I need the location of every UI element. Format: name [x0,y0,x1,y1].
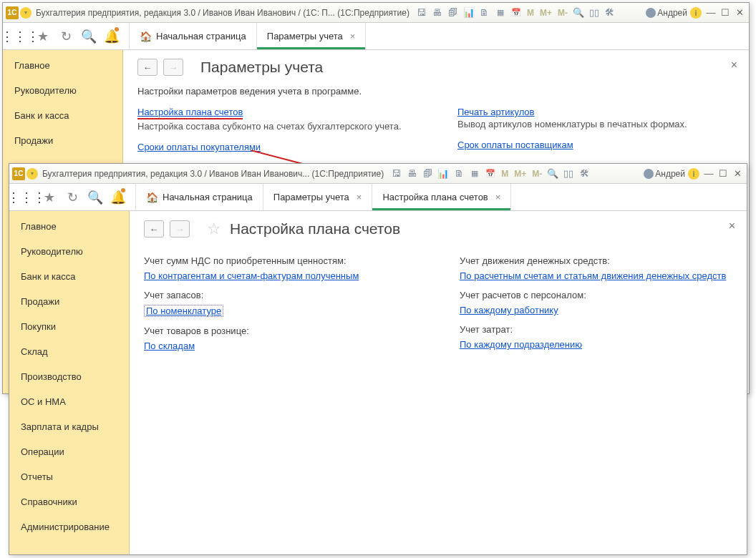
minimize-button[interactable]: — [702,168,715,180]
link-personnel[interactable]: По каждому работнику [460,305,558,315]
user-menu[interactable]: Андрей [644,169,685,179]
app-logo-icon: 1C [6,6,19,19]
label-cash: Учет движения денежных средств: [460,255,732,266]
sidebar-item-main[interactable]: Главное [3,53,122,78]
history-icon[interactable]: ↻ [54,23,77,49]
info-icon[interactable]: i [688,168,699,180]
calendar-icon[interactable]: 📅 [484,167,497,180]
panels-icon[interactable]: ▯▯ [562,167,575,180]
minimize-button[interactable]: — [704,7,717,19]
sidebar-item-admin[interactable]: Администрирование [9,514,129,539]
link-retail[interactable]: По складам [144,341,195,351]
sidebar-item-bank[interactable]: Банк и касса [9,264,129,289]
table-icon[interactable]: ▦ [468,167,481,180]
mem-mminus[interactable]: M- [556,8,569,18]
link-plan-schetov[interactable]: Настройка плана счетов [137,107,243,119]
titlebar-2: 1C ▾ Бухгалтерия предприятия, редакция 3… [9,164,747,184]
page-desc: Настройки параметров ведения учета в про… [137,86,735,97]
print-icon[interactable]: 🖶 [431,6,444,19]
nav-back-button[interactable]: ← [144,220,164,238]
tab-home[interactable]: 🏠 Начальная страница [135,184,263,210]
mem-m[interactable]: M [500,169,510,179]
sidebar-item-ref[interactable]: Справочники [9,489,129,514]
app-menu-dropdown[interactable]: ▾ [20,7,32,19]
sidebar-item-ops[interactable]: Операции [9,439,129,464]
nav-fwd-button[interactable]: → [170,220,190,238]
info-icon[interactable]: i [690,7,702,19]
close-button[interactable]: ✕ [731,168,744,180]
tab-close-icon[interactable]: × [350,31,356,41]
maximize-button[interactable]: ☐ [717,168,730,180]
nav-back-button[interactable]: ← [137,59,158,76]
sidebar-item-prod[interactable]: Производство [9,364,129,389]
link-zapasov[interactable]: По номенклатуре [144,305,223,317]
tab-close-icon[interactable]: × [357,192,362,202]
table-icon[interactable]: ▦ [494,6,507,19]
app-menu-dropdown[interactable]: ▾ [26,168,38,180]
tab-close-icon[interactable]: × [495,192,501,202]
apps-grid-icon[interactable]: ⋮⋮⋮ [15,184,38,210]
link-cash[interactable]: По расчетным счетам и статьям движения д… [460,270,726,281]
copy-icon[interactable]: 🗐 [447,6,460,19]
chart-icon[interactable]: 📊 [437,167,450,180]
zoom-icon[interactable]: 🔍 [546,167,559,180]
sidebar-item-buy[interactable]: Покупки [9,314,129,339]
print-icon[interactable]: 🖶 [405,167,418,180]
copy-icon[interactable]: 🗐 [421,167,434,180]
tools-icon[interactable]: 🛠 [604,6,616,19]
toolbar-2: ⋮⋮⋮ ★ ↻ 🔍 🔔 🏠 Начальная страница Парамет… [9,184,747,211]
link-print-art[interactable]: Печать артикулов [457,107,535,117]
tools-icon[interactable]: 🛠 [578,167,591,180]
sidebar-item-ruk[interactable]: Руководителю [9,239,129,264]
search-icon[interactable]: 🔍 [77,23,100,49]
zoom-icon[interactable]: 🔍 [572,6,585,19]
tab-plan-schetov[interactable]: Настройка плана счетов × [372,184,511,210]
panels-icon[interactable]: ▯▯ [588,6,601,19]
sidebar-item-bank[interactable]: Банк и касса [3,103,122,128]
sidebar-item-zarplata[interactable]: Зарплата и кадры [9,414,129,439]
user-menu[interactable]: Андрей [646,8,687,18]
page-close-button[interactable]: × [729,220,735,232]
nav-fwd-button[interactable]: → [163,59,183,76]
save-icon[interactable]: 🖫 [415,6,428,19]
link-sroki-pokup[interactable]: Сроки оплаты покупателями [137,142,261,152]
page-close-button[interactable]: × [731,59,737,72]
tab-home[interactable]: 🏠 Начальная страница [129,23,257,49]
favorite-icon[interactable]: ★ [32,23,54,49]
tab-label: Начальная страница [156,31,246,41]
user-name: Андрей [655,169,685,179]
link-nds[interactable]: По контрагентам и счетам-фактурам получе… [144,270,359,281]
tab-params[interactable]: Параметры учета × [257,23,367,49]
mem-m[interactable]: M [525,8,536,18]
link-srok-post[interactable]: Срок оплаты поставщикам [457,140,573,150]
link-costs[interactable]: По каждому подразделению [460,339,582,350]
chart-icon[interactable]: 📊 [462,6,475,19]
mem-mplus[interactable]: M+ [513,169,528,179]
page-title: Настройка плана счетов [207,220,400,238]
calendar-icon[interactable]: 📅 [510,6,523,19]
save-icon[interactable]: 🖫 [389,167,402,180]
mem-mplus[interactable]: M+ [538,8,553,18]
sidebar-item-main[interactable]: Главное [9,214,129,239]
maximize-button[interactable]: ☐ [719,7,732,19]
apps-grid-icon[interactable]: ⋮⋮⋮ [9,23,32,49]
tab-params[interactable]: Параметры учета × [263,184,373,210]
home-icon: 🏠 [140,31,152,42]
favorite-icon[interactable]: ★ [38,184,61,210]
doc-icon[interactable]: 🗎 [478,6,491,19]
close-button[interactable]: ✕ [733,7,746,19]
doc-icon[interactable]: 🗎 [452,167,465,180]
search-icon[interactable]: 🔍 [84,184,107,210]
notifications-icon[interactable]: 🔔 [107,184,130,210]
mem-mminus[interactable]: M- [530,169,543,179]
sidebar-item-sales[interactable]: Продажи [9,289,129,314]
sub-print: Вывод артикулов номенклатуры в печатных … [457,119,735,129]
sidebar-item-warehouse[interactable]: Склад [9,339,129,364]
sidebar-item-os[interactable]: ОС и НМА [9,389,129,414]
sidebar-item-sales[interactable]: Продажи [3,128,122,153]
sidebar-item-reports[interactable]: Отчеты [9,464,129,489]
history-icon[interactable]: ↻ [61,184,84,210]
notifications-icon[interactable]: 🔔 [100,23,123,49]
sidebar-item-ruk[interactable]: Руководителю [3,78,122,103]
sub-plan: Настройка состава субконто на счетах бух… [137,121,415,132]
